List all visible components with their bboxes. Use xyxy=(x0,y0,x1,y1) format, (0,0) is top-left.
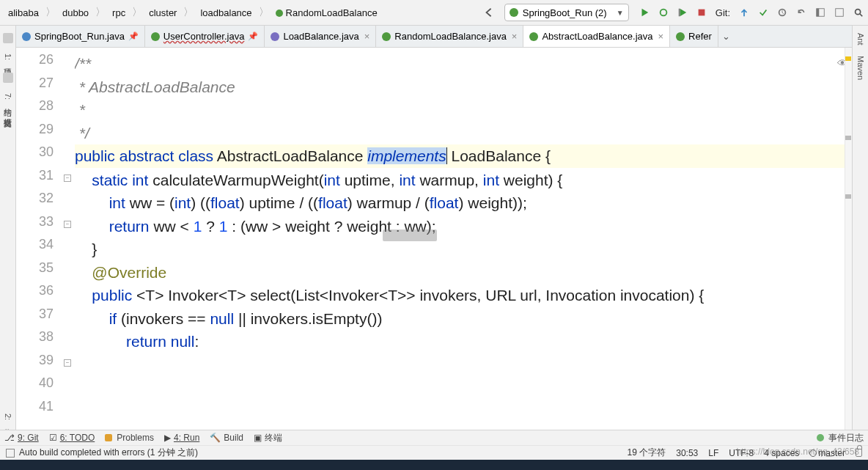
java-interface-icon xyxy=(271,32,279,41)
crumb-cluster[interactable]: cluster xyxy=(144,5,182,21)
coverage-button[interactable] xyxy=(674,4,691,21)
line-number[interactable]: 40 xyxy=(16,375,74,399)
line-number[interactable]: 34 xyxy=(16,237,74,260)
line-number[interactable]: 33− xyxy=(16,214,74,238)
java-class-icon xyxy=(676,32,685,41)
right-tool-ant[interactable]: Ant xyxy=(856,33,865,45)
tabs-overflow-button[interactable]: ⌄ xyxy=(718,26,735,47)
line-gutter[interactable]: 26 27 28 29 30 31− 32 33− 34 35 36 37 38… xyxy=(16,48,75,430)
line-number[interactable]: 39− xyxy=(16,353,74,376)
tab-springboot[interactable]: SpringBoot_Run.java📌 xyxy=(16,26,145,47)
pin-icon[interactable]: 📌 xyxy=(128,32,139,41)
project-tool-icon[interactable] xyxy=(3,33,13,43)
java-class-icon xyxy=(151,32,160,41)
back-button[interactable] xyxy=(481,4,497,21)
status-message: Auto build completed with errors (1 分钟 之… xyxy=(6,447,198,459)
tab-overflow[interactable]: Refer xyxy=(670,26,718,47)
line-number[interactable]: 37 xyxy=(16,306,74,330)
right-tool-maven[interactable]: Maven xyxy=(856,56,865,80)
search-everywhere-button[interactable] xyxy=(850,4,867,21)
tab-abstract[interactable]: AbstractLoadBalance.java× xyxy=(523,26,670,47)
git-update-button[interactable] xyxy=(736,4,752,21)
java-class-icon xyxy=(22,32,31,41)
line-number[interactable]: 30 xyxy=(16,144,74,168)
todo-tool[interactable]: ☑ 6: TODO xyxy=(49,433,95,443)
code-editor[interactable]: 26 27 28 29 30 31− 32 33− 34 35 36 37 38… xyxy=(16,48,852,430)
layout-button[interactable] xyxy=(812,4,828,21)
tab-label: LoadBalance.java xyxy=(283,31,358,42)
run-config-selector[interactable]: SpringBoot_Run (2) ▼ xyxy=(504,4,629,21)
crumb-class[interactable]: RandomLoadBalance xyxy=(271,5,383,21)
svg-rect-6 xyxy=(836,9,844,17)
bottom-tool-bar: ⎇ 9: Git ☑ 6: TODO Problems ▶ 4: Run 🔨 B… xyxy=(0,430,868,445)
event-indicator-icon xyxy=(817,434,824,441)
os-taskbar[interactable] xyxy=(0,460,868,470)
line-number[interactable]: 31− xyxy=(16,168,74,191)
editor-tabs: SpringBoot_Run.java📌 UserController.java… xyxy=(16,26,852,48)
status-eol[interactable]: LF xyxy=(708,448,718,458)
fold-icon[interactable]: − xyxy=(64,221,71,228)
tab-label: Refer xyxy=(688,31,712,42)
fold-icon[interactable]: − xyxy=(64,175,71,182)
crumb-alibaba[interactable]: alibaba xyxy=(3,5,44,21)
error-stripe[interactable] xyxy=(845,48,852,430)
svg-point-0 xyxy=(660,10,666,16)
git-commit-button[interactable] xyxy=(755,4,771,21)
java-class-icon xyxy=(529,32,538,41)
status-selection: 19 个字符 xyxy=(628,447,666,459)
problems-tool[interactable]: Problems xyxy=(105,433,154,443)
crumb-sep: 〉 xyxy=(44,6,57,19)
event-log-tool[interactable]: 事件日志 xyxy=(828,432,864,444)
close-icon[interactable]: × xyxy=(658,31,664,42)
structure-tool-icon[interactable] xyxy=(3,73,13,83)
breadcrumbs: alibaba〉 dubbo〉 rpc〉 cluster〉 loadbalanc… xyxy=(0,5,383,21)
terminal-tool[interactable]: ▣ 终端 xyxy=(254,432,282,444)
run-tool[interactable]: ▶ 4: Run xyxy=(164,433,199,443)
debug-button[interactable] xyxy=(655,4,672,21)
navigation-toolbar: alibaba〉 dubbo〉 rpc〉 cluster〉 loadbalanc… xyxy=(0,0,868,26)
layout2-button[interactable] xyxy=(831,4,847,21)
git-history-button[interactable] xyxy=(774,4,790,21)
line-number[interactable]: 27 xyxy=(16,76,74,99)
run-button[interactable] xyxy=(636,4,652,21)
svg-point-7 xyxy=(856,10,861,15)
pin-icon[interactable]: 📌 xyxy=(248,32,258,41)
line-number[interactable]: 29 xyxy=(16,122,74,145)
line-number[interactable]: 38 xyxy=(16,329,74,353)
git-revert-button[interactable] xyxy=(793,4,809,21)
tab-loadbalance[interactable]: LoadBalance.java× xyxy=(265,26,376,47)
git-tool[interactable]: ⎇ 9: Git xyxy=(4,433,39,443)
line-number[interactable]: 26 xyxy=(16,52,74,76)
line-number[interactable]: 41 xyxy=(16,399,74,422)
left-tool-strip: 1: 项目 7: 结构 提交对话框 2: 收藏 xyxy=(0,26,16,430)
close-icon[interactable]: × xyxy=(512,31,518,42)
tab-label: UserController.java xyxy=(163,31,245,42)
tab-label: SpringBoot_Run.java xyxy=(34,31,125,42)
build-tool[interactable]: 🔨 Build xyxy=(210,433,243,443)
line-number[interactable]: 32 xyxy=(16,191,74,214)
crumb-loadbalance[interactable]: loadbalance xyxy=(195,5,257,21)
status-box-icon xyxy=(6,449,15,458)
git-label: Git: xyxy=(716,7,730,18)
chevron-down-icon: ▼ xyxy=(617,9,624,17)
code-area[interactable]: /** * AbstractLoadBalance * */public abs… xyxy=(75,48,852,430)
tab-usercontroller[interactable]: UserController.java📌 xyxy=(145,26,265,47)
crumb-dubbo[interactable]: dubbo xyxy=(57,5,94,21)
fold-icon[interactable]: − xyxy=(64,359,71,367)
watermark: https://blog.csdn.net/qq_43/658 xyxy=(737,447,859,457)
stop-button[interactable] xyxy=(694,4,710,21)
crumb-rpc[interactable]: rpc xyxy=(107,5,130,21)
java-class-icon xyxy=(382,32,391,41)
svg-rect-2 xyxy=(698,10,705,16)
tab-random[interactable]: RandomLoadBalance.java× xyxy=(376,26,523,47)
crumb-sep: 〉 xyxy=(182,6,195,19)
left-tool-fav[interactable]: 2: 收藏 xyxy=(2,414,13,422)
close-icon[interactable]: × xyxy=(364,31,370,42)
status-caret-pos[interactable]: 30:53 xyxy=(676,448,698,458)
left-tool-structure[interactable]: 7: 结构 xyxy=(2,93,13,102)
left-tool-project[interactable]: 1: 项目 xyxy=(2,54,13,62)
right-tool-strip: Ant Maven xyxy=(852,26,868,430)
line-number[interactable]: 36 xyxy=(16,283,74,306)
line-number[interactable]: 35 xyxy=(16,260,74,284)
line-number[interactable]: 28 xyxy=(16,98,74,122)
